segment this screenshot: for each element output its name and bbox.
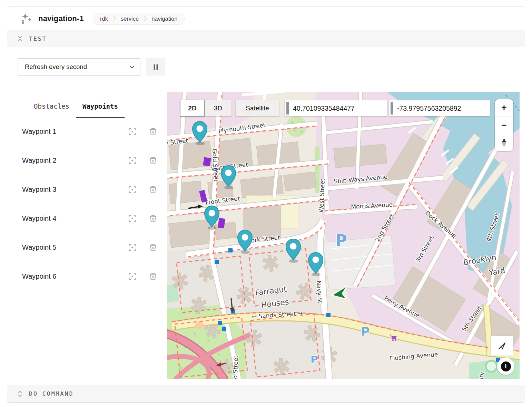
page-title: navigation-1: [38, 14, 84, 23]
chevron-separator-icon: [113, 16, 116, 22]
focus-waypoint-button[interactable]: [128, 186, 136, 193]
tab-obstacles[interactable]: Obstacles: [27, 102, 76, 118]
trash-icon: [149, 272, 157, 280]
trash-icon: [149, 244, 157, 251]
focus-icon: [128, 186, 136, 193]
trash-icon: [149, 128, 157, 136]
trash-icon: [149, 186, 157, 193]
waypoint-label: Waypoint 5: [22, 244, 128, 251]
waypoint-sidebar: Obstacles Waypoints Waypoint 1: [7, 92, 167, 379]
main-content: Obstacles Waypoints Waypoint 1: [7, 92, 525, 379]
expand-icon: [17, 391, 23, 397]
zoom-out-button[interactable]: −: [495, 117, 513, 134]
parking-icon: P: [311, 354, 318, 366]
street-label: Gold Street: [211, 148, 219, 182]
chevron-down-icon: [129, 66, 135, 69]
focus-icon: [128, 215, 136, 222]
info-icon: i: [501, 361, 511, 371]
waypoint-row: Waypoint 5: [22, 233, 157, 262]
do-command-label: DO COMMAND: [29, 390, 73, 397]
focus-icon: [128, 244, 136, 251]
test-section-toggle[interactable]: TEST: [7, 30, 525, 47]
refresh-rate-select[interactable]: Refresh every second: [18, 58, 140, 76]
delete-waypoint-button[interactable]: [149, 272, 157, 280]
street-label: Gold Street: [231, 355, 239, 379]
pause-refresh-button[interactable]: [146, 58, 165, 76]
parking-icon: P: [335, 231, 347, 250]
map-3d-button[interactable]: 3D: [205, 100, 231, 116]
waypoint-label: Waypoint 4: [22, 215, 128, 222]
breadcrumb-item: navigation: [151, 16, 177, 22]
sparkles-icon: [20, 12, 33, 25]
waypoint-label: Waypoint 2: [22, 157, 128, 165]
delete-waypoint-button[interactable]: [149, 186, 157, 193]
parking-icon: P: [361, 325, 370, 338]
locate-robot-button[interactable]: [491, 336, 513, 356]
map-canvas[interactable]: P P P h Street Plymouth Street Water: [167, 92, 520, 379]
waypoint-row: Waypoint 6: [22, 262, 157, 291]
waypoint-row: Waypoint 2: [22, 146, 157, 175]
waypoint-label: Waypoint 3: [22, 186, 128, 193]
map-container: P P P h Street Plymouth Street Water: [167, 92, 520, 379]
latitude-field: [285, 100, 387, 116]
tab-waypoints[interactable]: Waypoints: [76, 102, 125, 118]
focus-waypoint-button[interactable]: [128, 244, 136, 251]
focus-waypoint-button[interactable]: [128, 215, 136, 222]
navigation-arrow-icon: [497, 341, 506, 350]
test-section-label: TEST: [29, 36, 47, 42]
compass-icon: [500, 138, 508, 148]
map-zoom-control: + −: [495, 99, 513, 151]
street-label: West Street: [318, 178, 326, 213]
waypoint-list: Waypoint 1 Wayp: [22, 117, 157, 291]
longitude-field: [389, 100, 490, 116]
longitude-input[interactable]: [389, 100, 490, 116]
focus-icon: [128, 157, 136, 165]
tab-bar: Obstacles Waypoints: [22, 92, 157, 117]
focus-waypoint-button[interactable]: [128, 272, 136, 280]
latitude-input[interactable]: [285, 100, 387, 116]
chevron-separator-icon: [144, 16, 147, 22]
refresh-controls: Refresh every second: [7, 47, 525, 84]
map-satellite-button[interactable]: Satellite: [236, 100, 279, 116]
map-attribution-button[interactable]: i: [497, 358, 514, 375]
pause-icon: [152, 64, 159, 70]
focus-waypoint-button[interactable]: [128, 157, 136, 165]
navigation-card: navigation-1 rdk service navigation TEST…: [7, 6, 525, 403]
zoom-in-button[interactable]: +: [495, 99, 513, 117]
delete-waypoint-button[interactable]: [149, 215, 157, 222]
focus-waypoint-button[interactable]: [128, 128, 136, 136]
breadcrumb-item: service: [121, 16, 139, 22]
collapse-icon: [17, 36, 23, 42]
trash-icon: [149, 215, 157, 222]
focus-icon: [128, 272, 136, 280]
waypoint-label: Waypoint 1: [22, 128, 128, 136]
map-2d-button[interactable]: 2D: [180, 100, 205, 117]
focus-icon: [128, 128, 136, 136]
delete-waypoint-button[interactable]: [149, 157, 157, 165]
waypoint-label: Waypoint 6: [22, 272, 128, 280]
waypoint-row: Waypoint 1: [22, 117, 157, 146]
do-command-toggle[interactable]: DO COMMAND: [7, 385, 525, 403]
breadcrumb: rdk service navigation: [93, 13, 185, 25]
card-header: navigation-1 rdk service navigation: [7, 7, 525, 30]
delete-waypoint-button[interactable]: [149, 128, 157, 136]
delete-waypoint-button[interactable]: [149, 244, 157, 251]
trash-icon: [149, 157, 157, 165]
refresh-rate-value: Refresh every second: [25, 63, 87, 71]
waypoint-row: Waypoint 3: [22, 175, 157, 204]
compass-button[interactable]: [495, 134, 513, 151]
breadcrumb-item: rdk: [100, 16, 108, 22]
waypoint-row: Waypoint 4: [22, 204, 157, 233]
